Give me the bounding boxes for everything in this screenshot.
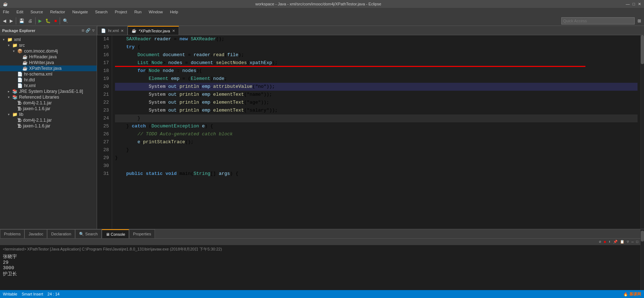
tab-hr-xml-close[interactable]: ✕ [121,29,124,33]
sidebar-tree-item[interactable]: ☕XPathTestor.java [0,66,97,71]
code-line[interactable]: System.out.println(emp.elementText("age"… [115,99,638,107]
close-button[interactable]: ✕ [638,2,641,6]
tree-arrow: ▾ [13,49,17,53]
console-toolbar: ⊘ ■ ⬇ 📌 📋 ▽ — □ [0,239,640,245]
code-line[interactable]: } catch (DocumentException e) { [115,122,638,130]
menu-refactor[interactable]: Refactor [49,9,67,15]
console-clear-btn[interactable]: ⊘ [598,239,602,244]
code-text: SAXReader reader = new SAXReader(); [115,35,224,43]
bottom-scroll-thumb[interactable] [641,231,644,241]
toolbar-forward-btn[interactable]: ▶ [8,18,14,24]
code-content: 141516171819202122232425262728293031 SAX… [97,35,644,229]
menu-window[interactable]: Window [147,9,164,15]
tab-hr-xml[interactable]: 📄 hr.xml ✕ [97,26,128,35]
window-title: workspace - Java - xml/src/com/imooc/dom… [11,2,626,6]
code-line[interactable]: } [115,146,638,154]
tab-javadoc[interactable]: Javadoc [24,229,47,238]
menu-file[interactable]: File [1,9,11,15]
scroll-thumb[interactable] [641,35,644,64]
tree-item-label: jaxen-1.1.6.jar [23,106,50,111]
code-line[interactable]: Document document = reader.read(file); [115,51,638,59]
collapse-all-icon[interactable]: ⊟ [82,28,84,33]
console-maximize-btn[interactable]: □ [635,240,639,244]
tab-problems[interactable]: Problems [0,229,24,238]
console-stop-btn[interactable]: ■ [603,240,607,244]
toolbar-stop-btn[interactable]: ■ [53,18,58,24]
editor-scrollbar[interactable] [640,35,644,229]
line-number: 14 [100,35,109,43]
sidebar-tree-item[interactable]: 🗜jaxen-1.1.6.jar [0,123,97,129]
code-line[interactable]: System.out.println(emp.elementText("name… [115,91,638,99]
code-line[interactable]: // TODO Auto-generated catch block▶ [115,130,638,138]
toolbar-back-btn[interactable]: ◀ [1,18,8,24]
window-controls[interactable]: — □ ✕ [626,2,641,6]
menu-bar: File Edit Source Refactor Navigate Searc… [0,8,644,16]
sidebar-tree-item[interactable]: ▸📚JRE System Library [JavaSE-1.8] [0,89,97,94]
code-line[interactable]: Element emp = (Element)node; [115,75,638,83]
menu-project[interactable]: Project [113,9,128,15]
toolbar-run-btn[interactable]: ▶ [37,18,43,24]
code-text: public static void main(String[] args) { [115,170,238,178]
toolbar-save-btn[interactable]: 💾 [18,18,26,24]
sidebar-tree-item[interactable]: ▾📦com.imooc.dom4j [0,48,97,54]
sidebar-tree-item[interactable]: ▾📁lib [0,112,97,117]
code-line[interactable]: SAXReader reader = new SAXReader(); [115,35,638,43]
sidebar-tree-item[interactable]: ☕HrReader.java [0,54,97,60]
bottom-scrollbar[interactable] [640,229,644,290]
quick-access-input[interactable] [561,17,635,24]
tab-xpath-close[interactable]: ✕ [172,29,175,33]
minimize-button[interactable]: — [626,2,630,6]
tab-console[interactable]: 🖥 Console [102,229,129,238]
console-view-menu-btn[interactable]: ▽ [626,239,630,244]
code-line[interactable]: } [115,114,638,122]
console-minimize-btn[interactable]: — [631,240,634,244]
tree-item-icon: 📄 [17,72,23,77]
sidebar-tree-item[interactable]: 🗜jaxen-1.1.6.jar [0,106,97,112]
toolbar-debug-btn[interactable]: 🐛 [44,18,52,24]
menu-navigate[interactable]: Navigate [71,9,89,15]
tree-item-icon: 📁 [7,37,13,42]
code-line[interactable]: for(Node node : nodes){ [115,67,638,75]
line-number: 16 [100,51,109,59]
code-line[interactable] [115,162,638,170]
code-line[interactable]: public static void main(String[] args) { [115,170,638,178]
tab-search[interactable]: 🔍 Search [75,229,102,238]
sidebar-tree-item[interactable]: 🗜dom4j-2.1.1.jar [0,117,97,123]
tab-declaration[interactable]: Declaration [47,229,75,238]
link-editor-icon[interactable]: 🔗 [86,28,91,33]
sidebar-tree-item[interactable]: ☕HrWriter.java [0,60,97,66]
console-pin-btn[interactable]: 📌 [612,239,618,244]
view-menu-icon[interactable]: ▽ [92,28,95,33]
console-copy-btn[interactable]: 📋 [619,239,625,244]
code-line[interactable]: List<Node> nodes = document.selectNodes(… [115,59,638,67]
code-line[interactable]: e.printStackTrace(); [115,138,638,146]
sidebar-tree-item[interactable]: 📄hr.xml [0,83,97,89]
tab-properties[interactable]: Properties [129,229,155,238]
menu-search[interactable]: Search [94,9,109,15]
code-line[interactable]: } [115,154,638,162]
menu-source[interactable]: Source [29,9,45,15]
menu-run[interactable]: Run [133,9,143,15]
console-scroll-end-btn[interactable]: ⬇ [608,239,611,244]
code-lines[interactable]: SAXReader reader = new SAXReader(); try … [112,35,640,229]
tab-xpath-testor[interactable]: ☕ *XPathTestor.java ✕ [128,26,179,35]
maximize-button[interactable]: □ [632,2,635,6]
sidebar-tree-item[interactable]: 📄hr.dtd [0,77,97,83]
sidebar-tree-item[interactable]: 📄hr-schema.xml [0,71,97,77]
sidebar-tree-item[interactable]: ▾📚Referenced Libraries [0,94,97,100]
toolbar-perspective-btn[interactable]: ⊞ [636,18,643,24]
sidebar-tree-item[interactable]: ▾📁src [0,42,97,48]
code-editor[interactable]: 141516171819202122232425262728293031 SAX… [97,35,644,229]
sidebar-controls[interactable]: ⊟ 🔗 ▽ [82,28,95,33]
toolbar-search-btn[interactable]: 🔍 [61,18,70,24]
code-line[interactable]: try { [115,43,638,51]
code-line[interactable]: System.out.println(emp.attributeValue("n… [115,83,638,91]
tree-arrow: ▸ [8,90,12,93]
toolbar-print-btn[interactable]: 🖨 [27,18,34,24]
console-header: <terminated> XPathTestor [Java Applicati… [3,247,638,252]
code-line[interactable]: System.out.println(emp.elementText("sala… [115,107,638,114]
menu-help[interactable]: Help [169,9,180,15]
sidebar-tree-item[interactable]: 🗜dom4j-2.1.1.jar [0,100,97,106]
menu-edit[interactable]: Edit [15,9,25,15]
sidebar-tree-item[interactable]: ▾📁xml [0,37,97,42]
